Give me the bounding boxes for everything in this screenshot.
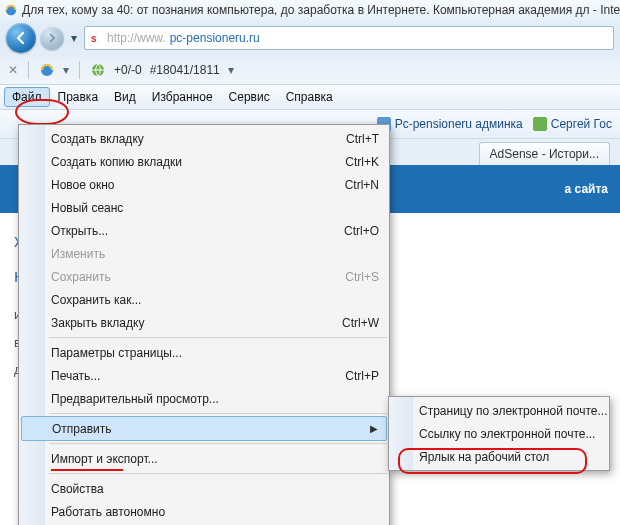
menu-item-label: Печать... <box>51 369 100 383</box>
menu-item[interactable]: Сохранить как... <box>19 288 389 311</box>
menu-shortcut: Ctrl+S <box>345 270 379 284</box>
separator <box>79 61 80 79</box>
menu-file[interactable]: Файл <box>4 87 50 107</box>
menu-item[interactable]: Параметры страницы... <box>19 341 389 364</box>
menu-shortcut: Ctrl+P <box>345 369 379 383</box>
menu-item-label: Открыть... <box>51 224 108 238</box>
window-titlebar: Для тех, кому за 40: от познания компьют… <box>0 0 620 20</box>
menu-item[interactable]: Создать вкладкуCtrl+T <box>19 127 389 150</box>
menu-label: Правка <box>58 90 99 104</box>
close-icon[interactable]: ✕ <box>8 63 18 77</box>
menu-item-label: Закрыть вкладку <box>51 316 144 330</box>
bookmark-label: Pc-pensioneru админка <box>395 117 523 131</box>
globe-icon[interactable] <box>90 62 106 78</box>
browser-tab[interactable]: AdSense - Истори... <box>479 142 610 165</box>
menu-item-label: Импорт и экспорт... <box>51 452 158 466</box>
dropdown-icon[interactable]: ▾ <box>228 63 234 77</box>
annotation-underline <box>51 469 123 471</box>
counter-indicator: #18041/1811 <box>150 63 220 77</box>
bookmark-label: Сергей Гос <box>551 117 612 131</box>
menu-item[interactable]: Открыть...Ctrl+O <box>19 219 389 242</box>
status-toolbar: ✕ ▾ +0/-0 #18041/1811 ▾ <box>0 56 620 84</box>
menu-item-label: Предварительный просмотр... <box>51 392 219 406</box>
menu-tools[interactable]: Сервис <box>221 87 278 107</box>
menu-item-label: Свойства <box>51 482 104 496</box>
menu-separator <box>49 337 387 338</box>
menu-item[interactable]: Новый сеанс <box>19 196 389 219</box>
menu-shortcut: Ctrl+W <box>342 316 379 330</box>
menu-label: Файл <box>12 90 42 104</box>
menu-item: Изменить <box>19 242 389 265</box>
send-submenu: Страницу по электронной почте... Ссылку … <box>388 396 610 471</box>
back-button[interactable] <box>6 23 36 53</box>
menu-item[interactable]: Работать автономно <box>19 500 389 523</box>
ie-small-icon <box>39 62 55 78</box>
menu-item-label: Изменить <box>51 247 105 261</box>
address-bar[interactable]: s http://www. pc-pensioneru.ru <box>84 26 614 50</box>
menu-separator <box>49 413 387 414</box>
nav-history-dropdown[interactable]: ▾ <box>68 27 80 49</box>
menu-bar: Файл Правка Вид Избранное Сервис Справка <box>0 84 620 110</box>
menu-label: Избранное <box>152 90 213 104</box>
forward-button[interactable] <box>40 26 64 50</box>
menu-shortcut: Ctrl+O <box>344 224 379 238</box>
menu-item[interactable]: Свойства <box>19 477 389 500</box>
menu-label: Вид <box>114 90 136 104</box>
menu-item-label: Новый сеанс <box>51 201 123 215</box>
window-title: Для тех, кому за 40: от познания компьют… <box>22 3 620 17</box>
menu-item[interactable]: Отправить▶ <box>21 416 387 441</box>
zoom-indicator: +0/-0 <box>114 63 142 77</box>
ie-icon <box>4 3 18 17</box>
menu-favorites[interactable]: Избранное <box>144 87 221 107</box>
menu-item-label: Работать автономно <box>51 505 165 519</box>
file-menu-dropdown: Создать вкладкуCtrl+TСоздать копию вклад… <box>18 124 390 525</box>
menu-item-label: Создать вкладку <box>51 132 144 146</box>
tab-label: AdSense - Истори... <box>490 147 599 161</box>
menu-item-label: Параметры страницы... <box>51 346 182 360</box>
bookmark-item[interactable]: Pc-pensioneru админка <box>377 117 523 131</box>
menu-item[interactable]: Новое окноCtrl+N <box>19 173 389 196</box>
submenu-item-send-page[interactable]: Страницу по электронной почте... <box>389 399 609 422</box>
menu-item-label: Отправить <box>52 422 112 436</box>
bookmark-item[interactable]: Сергей Гос <box>533 117 612 131</box>
menu-item-label: Страницу по электронной почте... <box>419 404 607 418</box>
menu-item[interactable]: Предварительный просмотр... <box>19 387 389 410</box>
separator <box>28 61 29 79</box>
address-scheme: http://www. <box>107 31 166 45</box>
menu-item: СохранитьCtrl+S <box>19 265 389 288</box>
band-text: а сайта <box>565 182 608 196</box>
menu-separator <box>49 473 387 474</box>
menu-label: Сервис <box>229 90 270 104</box>
menu-item[interactable]: Импорт и экспорт... <box>19 447 389 470</box>
menu-item-label: Новое окно <box>51 178 115 192</box>
menu-item-label: Сохранить как... <box>51 293 141 307</box>
menu-view[interactable]: Вид <box>106 87 144 107</box>
menu-item[interactable]: Закрыть вкладкуCtrl+W <box>19 311 389 334</box>
menu-shortcut: Ctrl+T <box>346 132 379 146</box>
menu-item[interactable]: Печать...Ctrl+P <box>19 364 389 387</box>
address-url: pc-pensioneru.ru <box>170 31 260 45</box>
submenu-item-desktop-shortcut[interactable]: Ярлык на рабочий стол <box>389 445 609 468</box>
menu-item-label: Создать копию вкладки <box>51 155 182 169</box>
menu-item-label: Ярлык на рабочий стол <box>419 450 549 464</box>
menu-shortcut: Ctrl+N <box>345 178 379 192</box>
menu-item[interactable]: Создать копию вкладкиCtrl+K <box>19 150 389 173</box>
menu-item-label: Сохранить <box>51 270 111 284</box>
bookmark-icon <box>533 117 547 131</box>
menu-shortcut: Ctrl+K <box>345 155 379 169</box>
submenu-arrow-icon: ▶ <box>370 423 378 434</box>
menu-separator <box>49 443 387 444</box>
menu-item-label: Ссылку по электронной почте... <box>419 427 595 441</box>
nav-row: ▾ s http://www. pc-pensioneru.ru <box>0 20 620 56</box>
dropdown-icon[interactable]: ▾ <box>63 63 69 77</box>
menu-help[interactable]: Справка <box>278 87 341 107</box>
submenu-item-send-link[interactable]: Ссылку по электронной почте... <box>389 422 609 445</box>
menu-edit[interactable]: Правка <box>50 87 107 107</box>
site-icon: s <box>89 31 103 45</box>
menu-label: Справка <box>286 90 333 104</box>
svg-text:s: s <box>91 33 97 44</box>
